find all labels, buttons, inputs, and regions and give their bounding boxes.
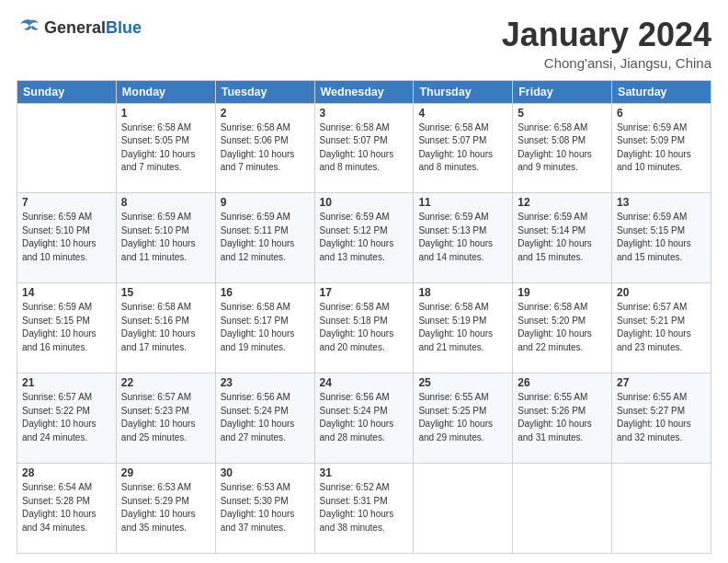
day-cell: 3Sunrise: 6:58 AM Sunset: 5:07 PM Daylig… (314, 103, 414, 193)
day-number: 6 (617, 107, 706, 120)
day-cell: 20Sunrise: 6:57 AM Sunset: 5:21 PM Dayli… (612, 283, 711, 373)
day-number: 19 (518, 286, 607, 299)
day-number: 11 (418, 196, 507, 209)
page: GeneralBlue January 2024 Chong'ansi, Jia… (0, 0, 728, 563)
day-cell: 24Sunrise: 6:56 AM Sunset: 5:24 PM Dayli… (314, 373, 414, 464)
day-info: Sunrise: 6:59 AM Sunset: 5:14 PM Dayligh… (518, 211, 607, 264)
day-cell: 13Sunrise: 6:59 AM Sunset: 5:15 PM Dayli… (612, 193, 711, 283)
col-header-thursday: Thursday (414, 80, 513, 103)
day-info: Sunrise: 6:58 AM Sunset: 5:07 PM Dayligh… (320, 121, 409, 175)
day-cell: 8Sunrise: 6:59 AM Sunset: 5:10 PM Daylig… (116, 193, 215, 283)
day-info: Sunrise: 6:58 AM Sunset: 5:16 PM Dayligh… (121, 301, 210, 354)
day-info: Sunrise: 6:55 AM Sunset: 5:25 PM Dayligh… (418, 391, 507, 444)
day-info: Sunrise: 6:56 AM Sunset: 5:24 PM Dayligh… (221, 391, 310, 444)
header-row: SundayMondayTuesdayWednesdayThursdayFrid… (17, 80, 711, 103)
day-info: Sunrise: 6:56 AM Sunset: 5:24 PM Dayligh… (320, 391, 409, 444)
header: GeneralBlue January 2024 Chong'ansi, Jia… (17, 17, 711, 71)
day-number: 20 (617, 286, 706, 299)
day-info: Sunrise: 6:55 AM Sunset: 5:26 PM Dayligh… (518, 391, 607, 444)
logo-bird-icon (18, 17, 44, 39)
day-cell: 1Sunrise: 6:58 AM Sunset: 5:05 PM Daylig… (116, 103, 215, 193)
day-number: 30 (221, 466, 310, 479)
day-number: 15 (121, 286, 210, 299)
day-info: Sunrise: 6:52 AM Sunset: 5:31 PM Dayligh… (320, 481, 409, 534)
day-number: 12 (518, 196, 607, 209)
day-info: Sunrise: 6:59 AM Sunset: 5:15 PM Dayligh… (617, 211, 706, 264)
day-cell: 22Sunrise: 6:57 AM Sunset: 5:23 PM Dayli… (116, 373, 215, 464)
day-number: 26 (518, 376, 607, 389)
week-row-0: 1Sunrise: 6:58 AM Sunset: 5:05 PM Daylig… (17, 103, 711, 193)
logo-general-text: General (44, 18, 106, 38)
day-info: Sunrise: 6:58 AM Sunset: 5:08 PM Dayligh… (518, 121, 607, 175)
day-number: 1 (121, 107, 210, 120)
day-cell: 16Sunrise: 6:58 AM Sunset: 5:17 PM Dayli… (215, 283, 314, 373)
day-cell (414, 464, 513, 554)
day-cell: 27Sunrise: 6:55 AM Sunset: 5:27 PM Dayli… (612, 373, 711, 464)
day-cell: 11Sunrise: 6:59 AM Sunset: 5:13 PM Dayli… (414, 193, 513, 283)
day-cell: 19Sunrise: 6:58 AM Sunset: 5:20 PM Dayli… (513, 283, 612, 373)
day-cell: 17Sunrise: 6:58 AM Sunset: 5:18 PM Dayli… (314, 283, 414, 373)
day-number: 2 (221, 107, 310, 120)
col-header-friday: Friday (513, 80, 612, 103)
day-cell: 2Sunrise: 6:58 AM Sunset: 5:06 PM Daylig… (215, 103, 314, 193)
day-cell: 23Sunrise: 6:56 AM Sunset: 5:24 PM Dayli… (215, 373, 314, 464)
day-number: 27 (617, 376, 706, 389)
day-cell: 31Sunrise: 6:52 AM Sunset: 5:31 PM Dayli… (314, 464, 414, 554)
day-cell: 30Sunrise: 6:53 AM Sunset: 5:30 PM Dayli… (215, 464, 314, 554)
day-number: 23 (221, 376, 310, 389)
day-cell: 26Sunrise: 6:55 AM Sunset: 5:26 PM Dayli… (513, 373, 612, 464)
day-info: Sunrise: 6:58 AM Sunset: 5:18 PM Dayligh… (320, 301, 409, 354)
day-info: Sunrise: 6:55 AM Sunset: 5:27 PM Dayligh… (617, 391, 706, 444)
day-cell: 5Sunrise: 6:58 AM Sunset: 5:08 PM Daylig… (513, 103, 612, 193)
col-header-wednesday: Wednesday (314, 80, 414, 103)
day-cell (612, 464, 711, 554)
day-info: Sunrise: 6:54 AM Sunset: 5:28 PM Dayligh… (22, 481, 111, 534)
day-number: 21 (22, 376, 111, 389)
day-number: 8 (121, 196, 210, 209)
logo-text: GeneralBlue (17, 17, 142, 39)
title-block: January 2024 Chong'ansi, Jiangsu, China (502, 17, 711, 71)
day-info: Sunrise: 6:59 AM Sunset: 5:11 PM Dayligh… (221, 211, 310, 264)
col-header-saturday: Saturday (612, 80, 711, 103)
logo: GeneralBlue (17, 17, 142, 39)
day-info: Sunrise: 6:57 AM Sunset: 5:21 PM Dayligh… (617, 301, 706, 354)
day-number: 31 (320, 466, 409, 479)
month-title: January 2024 (502, 17, 711, 53)
day-info: Sunrise: 6:59 AM Sunset: 5:15 PM Dayligh… (22, 301, 111, 354)
location-subtitle: Chong'ansi, Jiangsu, China (502, 55, 711, 71)
day-number: 29 (121, 466, 210, 479)
day-number: 14 (22, 286, 111, 299)
day-number: 10 (320, 196, 409, 209)
day-info: Sunrise: 6:59 AM Sunset: 5:13 PM Dayligh… (418, 211, 507, 264)
day-number: 3 (320, 107, 409, 120)
week-row-3: 21Sunrise: 6:57 AM Sunset: 5:22 PM Dayli… (17, 373, 711, 464)
day-number: 24 (320, 376, 409, 389)
day-info: Sunrise: 6:59 AM Sunset: 5:09 PM Dayligh… (617, 121, 706, 175)
day-cell: 7Sunrise: 6:59 AM Sunset: 5:10 PM Daylig… (17, 193, 117, 283)
day-number: 28 (22, 466, 111, 479)
day-number: 17 (320, 286, 409, 299)
day-cell (513, 464, 612, 554)
day-info: Sunrise: 6:53 AM Sunset: 5:29 PM Dayligh… (121, 481, 210, 534)
day-cell (17, 103, 117, 193)
day-cell: 10Sunrise: 6:59 AM Sunset: 5:12 PM Dayli… (314, 193, 414, 283)
col-header-monday: Monday (116, 80, 215, 103)
logo-blue-text: Blue (106, 18, 142, 38)
week-row-4: 28Sunrise: 6:54 AM Sunset: 5:28 PM Dayli… (17, 464, 711, 554)
day-number: 22 (121, 376, 210, 389)
day-cell: 4Sunrise: 6:58 AM Sunset: 5:07 PM Daylig… (414, 103, 513, 193)
day-cell: 18Sunrise: 6:58 AM Sunset: 5:19 PM Dayli… (414, 283, 513, 373)
week-row-2: 14Sunrise: 6:59 AM Sunset: 5:15 PM Dayli… (17, 283, 711, 373)
day-number: 25 (418, 376, 507, 389)
day-info: Sunrise: 6:57 AM Sunset: 5:23 PM Dayligh… (121, 391, 210, 444)
day-info: Sunrise: 6:59 AM Sunset: 5:12 PM Dayligh… (320, 211, 409, 264)
day-number: 18 (418, 286, 507, 299)
day-cell: 12Sunrise: 6:59 AM Sunset: 5:14 PM Dayli… (513, 193, 612, 283)
day-number: 16 (221, 286, 310, 299)
calendar-table: SundayMondayTuesdayWednesdayThursdayFrid… (17, 80, 711, 554)
day-cell: 6Sunrise: 6:59 AM Sunset: 5:09 PM Daylig… (612, 103, 711, 193)
day-cell: 14Sunrise: 6:59 AM Sunset: 5:15 PM Dayli… (17, 283, 117, 373)
day-info: Sunrise: 6:58 AM Sunset: 5:06 PM Dayligh… (221, 121, 310, 175)
day-number: 4 (418, 107, 507, 120)
day-number: 9 (221, 196, 310, 209)
